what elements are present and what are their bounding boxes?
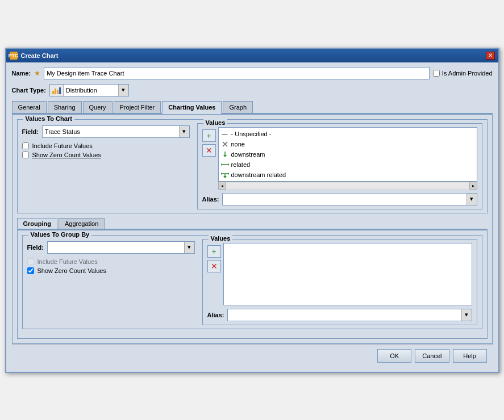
field-select-top[interactable]: Trace Status ▾ bbox=[42, 125, 190, 138]
sub-tab-aggregation[interactable]: Aggregation bbox=[59, 218, 105, 229]
include-future-label: Include Future Values bbox=[32, 142, 93, 149]
chart-type-row: Chart Type: Distribution ▾ bbox=[12, 84, 493, 96]
alias-dropdown-arrow-bottom[interactable]: ▾ bbox=[461, 309, 472, 321]
dialog-body: Name: ★ Is Admin Provided Chart Type: bbox=[6, 62, 498, 372]
none-icon bbox=[221, 140, 229, 148]
alias-dropdown-arrow-top[interactable]: ▾ bbox=[466, 194, 477, 205]
related-icon bbox=[221, 161, 229, 169]
chart-type-value: Distribution bbox=[64, 87, 118, 94]
value-unspecified: - Unspecified - bbox=[231, 131, 272, 137]
chart-type-select[interactable]: Distribution ▾ bbox=[49, 84, 129, 96]
chart-type-label: Chart Type: bbox=[12, 87, 46, 94]
add-value-button-top[interactable]: + bbox=[202, 129, 216, 142]
svg-marker-8 bbox=[221, 173, 222, 175]
list-item[interactable]: none bbox=[220, 139, 476, 149]
scroll-track[interactable] bbox=[226, 183, 469, 188]
footer: OK Cancel Help bbox=[12, 344, 493, 367]
sub-tab-grouping[interactable]: Grouping bbox=[17, 218, 58, 229]
list-item[interactable]: downstream related bbox=[220, 170, 476, 180]
bottom-content: Values To Group By Field: ▾ bbox=[17, 230, 488, 339]
field-label-bottom: Field: bbox=[27, 244, 44, 251]
bottom-section: Grouping Aggregation Values To Group By … bbox=[17, 218, 488, 339]
values-group-top: Values + ✕ — - bbox=[197, 123, 482, 209]
include-future-checkbox-bottom bbox=[27, 258, 34, 265]
field-row-bottom: Field: ▾ bbox=[27, 241, 198, 254]
tab-graph[interactable]: Graph bbox=[223, 101, 253, 113]
include-future-row: Include Future Values bbox=[22, 142, 193, 149]
tab-charting-values[interactable]: Charting Values bbox=[162, 101, 222, 114]
tab-project-filter[interactable]: Project Filter bbox=[114, 101, 161, 113]
horizontal-scrollbar[interactable]: ◂ ▸ bbox=[218, 182, 477, 190]
add-value-button-bottom[interactable]: + bbox=[207, 245, 221, 258]
values-inner-top: + ✕ — - Unspecified - bbox=[202, 127, 477, 190]
values-btn-col-top: + ✕ bbox=[202, 127, 216, 190]
cancel-button[interactable]: Cancel bbox=[415, 349, 449, 363]
include-future-row-bottom: Include Future Values bbox=[27, 258, 198, 265]
scroll-left-arrow[interactable]: ◂ bbox=[218, 182, 226, 190]
scroll-right-arrow[interactable]: ▸ bbox=[469, 182, 477, 190]
svg-marker-3 bbox=[223, 155, 227, 157]
name-input[interactable] bbox=[44, 67, 430, 79]
alias-label-top: Alias: bbox=[202, 196, 219, 203]
is-admin-label: Is Admin Provided bbox=[442, 70, 493, 77]
field-label-top: Field: bbox=[22, 128, 39, 135]
tab-general[interactable]: General bbox=[12, 101, 47, 113]
show-zero-checkbox-bottom[interactable] bbox=[27, 267, 34, 274]
remove-value-button-top[interactable]: ✕ bbox=[202, 144, 216, 157]
chart-type-icon bbox=[50, 85, 64, 96]
show-zero-label: Show Zero Count Values bbox=[32, 152, 101, 158]
close-button[interactable]: ✕ bbox=[486, 52, 495, 60]
value-downstream-related: downstream related bbox=[231, 171, 286, 178]
field-select-arrow-top[interactable]: ▾ bbox=[179, 126, 189, 137]
left-panel: Field: Trace Status ▾ Include Future Val… bbox=[22, 123, 193, 209]
values-list-top[interactable]: — - Unspecified - bbox=[218, 127, 477, 182]
bar-chart-icon bbox=[52, 86, 61, 94]
main-content: Values To Chart Field: Trace Status ▾ bbox=[12, 114, 493, 344]
svg-marker-9 bbox=[228, 173, 229, 175]
main-tabs: General Sharing Query Project Filter Cha… bbox=[12, 101, 493, 114]
show-zero-checkbox[interactable] bbox=[22, 152, 29, 158]
tab-query[interactable]: Query bbox=[83, 101, 113, 113]
value-related: related bbox=[231, 161, 251, 168]
chart-type-dropdown-arrow[interactable]: ▾ bbox=[118, 85, 128, 96]
title-bar: PTC Create Chart ✕ bbox=[6, 49, 498, 62]
value-none: none bbox=[231, 141, 245, 148]
list-item[interactable]: — - Unspecified - bbox=[220, 129, 476, 139]
bottom-right-panel: Values + ✕ bbox=[202, 239, 477, 325]
list-item[interactable]: related bbox=[220, 159, 476, 170]
ok-button[interactable]: OK bbox=[377, 349, 411, 363]
required-star: ★ bbox=[34, 69, 40, 77]
bottom-left-panel: Field: ▾ Include Future Values bbox=[27, 239, 198, 325]
remove-value-button-bottom[interactable]: ✕ bbox=[207, 260, 221, 272]
field-select-arrow-bottom[interactable]: ▾ bbox=[184, 242, 194, 253]
values-btn-col-bottom: + ✕ bbox=[207, 243, 221, 305]
alias-label-bottom: Alias: bbox=[207, 312, 224, 318]
tab-sharing[interactable]: Sharing bbox=[48, 101, 82, 113]
svg-marker-5 bbox=[221, 163, 222, 166]
field-select-bottom[interactable]: ▾ bbox=[47, 241, 195, 254]
is-admin-row: Is Admin Provided bbox=[433, 70, 493, 77]
right-panel: Values + ✕ — - bbox=[197, 123, 482, 209]
include-future-label-bottom: Include Future Values bbox=[38, 258, 98, 265]
bottom-top-section: Field: ▾ Include Future Values bbox=[27, 239, 477, 325]
field-row-top: Field: Trace Status ▾ bbox=[22, 125, 193, 138]
alias-select-top[interactable]: ▾ bbox=[222, 193, 477, 205]
alias-select-bottom[interactable]: ▾ bbox=[227, 309, 472, 321]
ptc-icon: PTC bbox=[10, 52, 18, 60]
help-button[interactable]: Help bbox=[453, 349, 487, 363]
name-label: Name: bbox=[12, 70, 31, 77]
show-zero-label-bottom: Show Zero Count Values bbox=[38, 267, 106, 274]
svg-marker-6 bbox=[228, 163, 229, 166]
name-row: Name: ★ Is Admin Provided bbox=[12, 67, 493, 79]
top-section: Field: Trace Status ▾ Include Future Val… bbox=[22, 123, 482, 209]
is-admin-checkbox[interactable] bbox=[433, 70, 440, 77]
downstream-related-icon bbox=[221, 171, 229, 179]
include-future-checkbox[interactable] bbox=[22, 142, 29, 149]
list-item[interactable]: downstream bbox=[220, 149, 476, 159]
downstream-icon bbox=[221, 150, 229, 158]
values-to-chart-group: Values To Chart Field: Trace Status ▾ bbox=[17, 119, 488, 213]
values-label-top: Values bbox=[203, 119, 228, 126]
values-to-group-section: Values To Group By Field: ▾ bbox=[22, 235, 482, 329]
show-zero-row-bottom: Show Zero Count Values bbox=[27, 267, 198, 274]
values-empty-list-bottom[interactable] bbox=[223, 243, 472, 305]
